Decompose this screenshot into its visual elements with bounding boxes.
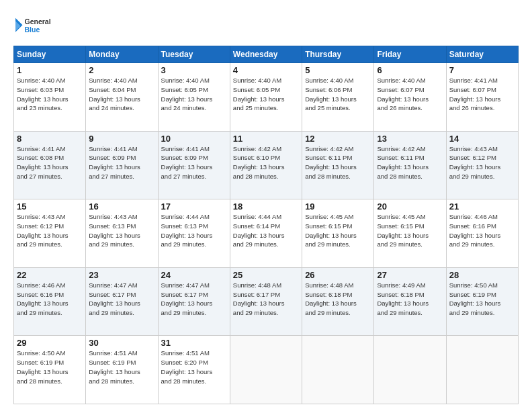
day-info: Sunrise: 4:43 AMSunset: 6:12 PMDaylight:…	[17, 212, 83, 249]
day-number: 5	[305, 65, 371, 75]
day-info: Sunrise: 4:46 AMSunset: 6:16 PMDaylight:…	[17, 281, 83, 318]
calendar-cell: 3Sunrise: 4:40 AMSunset: 6:05 PMDaylight…	[158, 63, 230, 132]
day-info: Sunrise: 4:42 AMSunset: 6:11 PMDaylight:…	[377, 144, 443, 181]
calendar-cell: 14Sunrise: 4:43 AMSunset: 6:12 PMDayligh…	[446, 131, 518, 199]
day-info: Sunrise: 4:51 AMSunset: 6:19 PMDaylight:…	[89, 349, 154, 385]
day-info: Sunrise: 4:49 AMSunset: 6:18 PMDaylight:…	[377, 281, 443, 318]
calendar-cell: 5Sunrise: 4:40 AMSunset: 6:06 PMDaylight…	[302, 63, 374, 132]
day-number: 27	[377, 270, 443, 280]
calendar-cell: 30Sunrise: 4:51 AMSunset: 6:19 PMDayligh…	[86, 336, 158, 404]
day-number: 10	[161, 134, 227, 144]
calendar-week: 22Sunrise: 4:46 AMSunset: 6:16 PMDayligh…	[14, 267, 519, 336]
day-info: Sunrise: 4:41 AMSunset: 6:09 PMDaylight:…	[89, 144, 154, 181]
day-info: Sunrise: 4:46 AMSunset: 6:16 PMDaylight:…	[449, 212, 515, 249]
calendar-cell: 31Sunrise: 4:51 AMSunset: 6:20 PMDayligh…	[158, 336, 230, 404]
calendar-week: 1Sunrise: 4:40 AMSunset: 6:03 PMDaylight…	[14, 63, 519, 132]
header: General Blue	[13, 12, 519, 39]
day-number: 7	[449, 65, 515, 75]
calendar-cell: 10Sunrise: 4:41 AMSunset: 6:09 PMDayligh…	[158, 131, 230, 199]
day-number: 4	[233, 65, 299, 75]
day-number: 19	[305, 201, 371, 212]
logo: General Blue	[13, 12, 54, 39]
calendar-cell: 23Sunrise: 4:47 AMSunset: 6:17 PMDayligh…	[86, 267, 158, 336]
calendar-cell	[374, 336, 446, 404]
day-info: Sunrise: 4:40 AMSunset: 6:05 PMDaylight:…	[161, 76, 227, 113]
calendar-cell	[302, 336, 374, 404]
calendar-week: 8Sunrise: 4:41 AMSunset: 6:08 PMDaylight…	[14, 131, 519, 199]
day-number: 14	[449, 134, 515, 144]
calendar-cell: 22Sunrise: 4:46 AMSunset: 6:16 PMDayligh…	[14, 267, 86, 336]
weekday-header: Wednesday	[230, 46, 302, 63]
day-info: Sunrise: 4:51 AMSunset: 6:20 PMDaylight:…	[161, 349, 227, 385]
calendar-cell: 19Sunrise: 4:45 AMSunset: 6:15 PMDayligh…	[302, 199, 374, 268]
weekday-header: Saturday	[446, 46, 518, 63]
day-number: 31	[161, 338, 227, 348]
calendar-cell: 20Sunrise: 4:45 AMSunset: 6:15 PMDayligh…	[374, 199, 446, 268]
logo-svg: General Blue	[13, 12, 54, 39]
day-info: Sunrise: 4:41 AMSunset: 6:09 PMDaylight:…	[161, 144, 227, 181]
day-number: 24	[161, 270, 227, 280]
day-info: Sunrise: 4:40 AMSunset: 6:06 PMDaylight:…	[305, 76, 371, 113]
day-number: 17	[161, 201, 227, 212]
day-info: Sunrise: 4:43 AMSunset: 6:12 PMDaylight:…	[449, 144, 515, 181]
calendar-table: SundayMondayTuesdayWednesdayThursdayFrid…	[13, 46, 519, 404]
day-number: 30	[89, 338, 154, 348]
day-number: 1	[17, 65, 83, 75]
calendar-cell	[230, 336, 302, 404]
day-number: 29	[17, 338, 83, 348]
calendar-cell: 4Sunrise: 4:40 AMSunset: 6:05 PMDaylight…	[230, 63, 302, 132]
calendar-cell	[446, 336, 518, 404]
day-number: 11	[233, 134, 299, 144]
day-info: Sunrise: 4:45 AMSunset: 6:15 PMDaylight:…	[305, 212, 371, 249]
day-info: Sunrise: 4:40 AMSunset: 6:03 PMDaylight:…	[17, 76, 83, 113]
day-info: Sunrise: 4:42 AMSunset: 6:11 PMDaylight:…	[305, 144, 371, 181]
day-info: Sunrise: 4:48 AMSunset: 6:17 PMDaylight:…	[233, 281, 299, 318]
day-info: Sunrise: 4:44 AMSunset: 6:13 PMDaylight:…	[161, 212, 227, 249]
day-info: Sunrise: 4:40 AMSunset: 6:07 PMDaylight:…	[377, 76, 443, 113]
day-number: 6	[377, 65, 443, 75]
day-info: Sunrise: 4:40 AMSunset: 6:04 PMDaylight:…	[89, 76, 154, 113]
calendar-week: 29Sunrise: 4:50 AMSunset: 6:19 PMDayligh…	[14, 336, 519, 404]
day-number: 13	[377, 134, 443, 144]
calendar-week: 15Sunrise: 4:43 AMSunset: 6:12 PMDayligh…	[14, 199, 519, 268]
calendar-cell: 1Sunrise: 4:40 AMSunset: 6:03 PMDaylight…	[14, 63, 86, 132]
day-info: Sunrise: 4:47 AMSunset: 6:17 PMDaylight:…	[89, 281, 154, 318]
day-info: Sunrise: 4:43 AMSunset: 6:13 PMDaylight:…	[89, 212, 154, 249]
day-number: 2	[89, 65, 154, 75]
calendar-cell: 28Sunrise: 4:50 AMSunset: 6:19 PMDayligh…	[446, 267, 518, 336]
calendar-cell: 17Sunrise: 4:44 AMSunset: 6:13 PMDayligh…	[158, 199, 230, 268]
day-info: Sunrise: 4:47 AMSunset: 6:17 PMDaylight:…	[161, 281, 227, 318]
day-number: 26	[305, 270, 371, 280]
day-info: Sunrise: 4:42 AMSunset: 6:10 PMDaylight:…	[233, 144, 299, 181]
weekday-header: Friday	[374, 46, 446, 63]
day-info: Sunrise: 4:45 AMSunset: 6:15 PMDaylight:…	[377, 212, 443, 249]
weekday-header: Monday	[86, 46, 158, 63]
day-number: 9	[89, 134, 154, 144]
calendar-cell: 29Sunrise: 4:50 AMSunset: 6:19 PMDayligh…	[14, 336, 86, 404]
day-number: 8	[17, 134, 83, 144]
calendar-cell: 12Sunrise: 4:42 AMSunset: 6:11 PMDayligh…	[302, 131, 374, 199]
day-info: Sunrise: 4:44 AMSunset: 6:14 PMDaylight:…	[233, 212, 299, 249]
calendar-cell: 16Sunrise: 4:43 AMSunset: 6:13 PMDayligh…	[86, 199, 158, 268]
calendar-cell: 13Sunrise: 4:42 AMSunset: 6:11 PMDayligh…	[374, 131, 446, 199]
day-number: 12	[305, 134, 371, 144]
calendar-cell: 8Sunrise: 4:41 AMSunset: 6:08 PMDaylight…	[14, 131, 86, 199]
calendar-cell: 2Sunrise: 4:40 AMSunset: 6:04 PMDaylight…	[86, 63, 158, 132]
day-number: 25	[233, 270, 299, 280]
weekday-header: Thursday	[302, 46, 374, 63]
page: General Blue SundayMondayTuesdayWednesda…	[0, 0, 532, 411]
weekday-header: Sunday	[14, 46, 86, 63]
calendar-cell: 18Sunrise: 4:44 AMSunset: 6:14 PMDayligh…	[230, 199, 302, 268]
calendar-cell: 9Sunrise: 4:41 AMSunset: 6:09 PMDaylight…	[86, 131, 158, 199]
calendar-cell: 7Sunrise: 4:41 AMSunset: 6:07 PMDaylight…	[446, 63, 518, 132]
svg-text:Blue: Blue	[25, 26, 40, 34]
calendar-cell: 15Sunrise: 4:43 AMSunset: 6:12 PMDayligh…	[14, 199, 86, 268]
day-number: 20	[377, 201, 443, 212]
day-info: Sunrise: 4:40 AMSunset: 6:05 PMDaylight:…	[233, 76, 299, 113]
calendar-cell: 6Sunrise: 4:40 AMSunset: 6:07 PMDaylight…	[374, 63, 446, 132]
day-number: 28	[449, 270, 515, 280]
day-number: 16	[89, 201, 154, 212]
day-info: Sunrise: 4:48 AMSunset: 6:18 PMDaylight:…	[305, 281, 371, 318]
calendar-cell: 24Sunrise: 4:47 AMSunset: 6:17 PMDayligh…	[158, 267, 230, 336]
day-number: 22	[17, 270, 83, 280]
